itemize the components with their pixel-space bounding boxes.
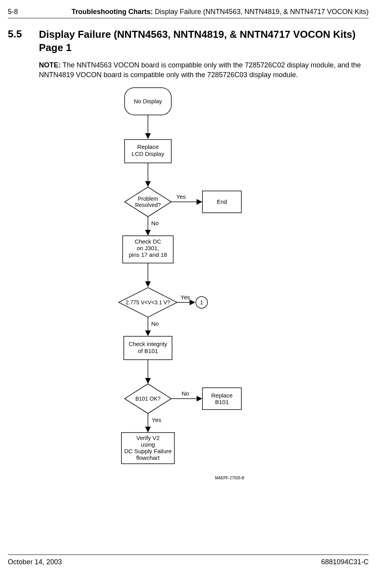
section-number: 5.5 bbox=[8, 28, 23, 55]
note-text: The NNTN4563 VOCON board is compatible o… bbox=[39, 61, 361, 79]
footer-date: October 14, 2003 bbox=[8, 558, 62, 566]
footer-doc-num: 6881094C31-C bbox=[321, 558, 369, 566]
end3-text2: B101 bbox=[215, 399, 229, 405]
step2-text3: pins 17 and 18 bbox=[129, 251, 167, 258]
end3-text1: Replace bbox=[211, 392, 232, 399]
step1-text2: LCD Display bbox=[132, 150, 164, 157]
d2-yes-label: Yes bbox=[181, 294, 190, 300]
flowchart-svg: No Display Replace LCD Display Problem R… bbox=[105, 78, 300, 499]
page-number: 5-8 bbox=[8, 8, 18, 16]
d3-no-label: No bbox=[181, 390, 189, 397]
d1-yes-label: Yes bbox=[176, 193, 186, 200]
note-label: NOTE: bbox=[39, 61, 61, 69]
section-title: Display Failure (NNTN4563, NNTN4819, & N… bbox=[39, 28, 355, 55]
step4-text1: Verify V2 bbox=[136, 434, 160, 441]
decision3-text: B101 OK? bbox=[135, 396, 161, 402]
decision1-text2: Resolved? bbox=[135, 202, 161, 208]
step4-text4: flowchart bbox=[136, 454, 160, 461]
step4-text3: DC Supply Failure bbox=[124, 448, 172, 454]
d1-no-label: No bbox=[151, 220, 158, 226]
chapter-rest: Display Failure (NNTN4563, NNTN4819, & N… bbox=[153, 8, 369, 16]
connector2-text: 1 bbox=[200, 299, 203, 306]
section-title-line2: Page 1 bbox=[39, 42, 72, 53]
chapter-bold: Troubleshooting Charts: bbox=[72, 8, 153, 16]
section-title-line1: Display Failure (NNTN4563, NNTN4819, & N… bbox=[39, 28, 355, 40]
step3-text2: of B101 bbox=[138, 348, 158, 354]
step2-text1: Check DC bbox=[135, 238, 162, 245]
page-header: 5-8 Troubleshooting Charts: Display Fail… bbox=[8, 8, 369, 18]
step4-text2: using bbox=[141, 441, 155, 448]
step3-text1: Check integrity bbox=[128, 341, 167, 347]
d3-yes-label: Yes bbox=[152, 417, 161, 423]
decision1-text1: Problem bbox=[138, 196, 158, 202]
note-block: NOTE: The NNTN4563 VOCON board is compat… bbox=[39, 60, 369, 80]
end1-text: End bbox=[217, 198, 227, 205]
step1-text1: Replace bbox=[137, 143, 158, 150]
figure-code: MAEPF-27505-B bbox=[215, 476, 244, 480]
flowchart: No Display Replace LCD Display Problem R… bbox=[105, 78, 369, 499]
chapter-title: Troubleshooting Charts: Display Failure … bbox=[72, 8, 369, 16]
decision2-text: 2.775 V<V<3.1 V? bbox=[126, 299, 171, 306]
step2-text2: on J301, bbox=[137, 245, 159, 251]
section-header: 5.5 Display Failure (NNTN4563, NNTN4819,… bbox=[8, 28, 369, 55]
d2-no-label: No bbox=[151, 320, 158, 327]
page-footer: October 14, 2003 6881094C31-C bbox=[8, 555, 369, 566]
start-text: No Display bbox=[134, 98, 162, 104]
